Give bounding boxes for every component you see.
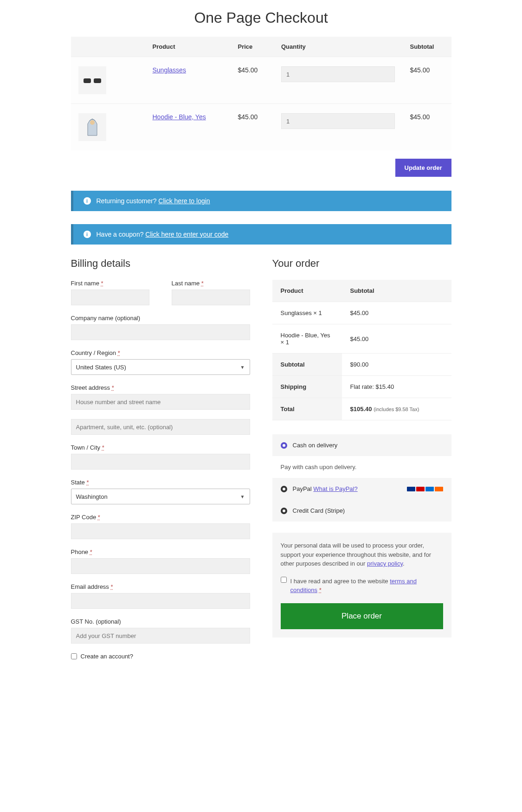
city-input[interactable]	[71, 454, 250, 470]
phone-label: Phone *	[71, 548, 250, 555]
gst-label: GST No. (optional)	[71, 618, 250, 625]
subtotal-cell: $45.00	[402, 57, 451, 104]
shipping-label: Shipping	[272, 376, 342, 398]
country-select[interactable]: United States (US) ▼	[71, 359, 250, 375]
order-summary-table: Product Subtotal Sunglasses × 1 $45.00 H…	[272, 280, 451, 420]
payment-option-stripe[interactable]: Credit Card (Stripe)	[272, 500, 451, 522]
state-select[interactable]: Washington ▼	[71, 489, 250, 504]
payment-option-cod[interactable]: Cash on delivery	[272, 434, 451, 456]
total-label: Total	[272, 398, 342, 420]
info-icon: i	[84, 197, 91, 205]
card-brand-icons	[407, 487, 443, 491]
radio-icon	[281, 442, 287, 449]
login-banner-text: Returning customer?	[97, 197, 159, 205]
sunglasses-icon	[84, 77, 101, 84]
first-name-label: First name *	[71, 280, 149, 287]
product-link[interactable]: Sunglasses	[153, 66, 186, 74]
login-banner: i Returning customer? Click here to logi…	[71, 191, 451, 211]
cart-header-product: Product	[145, 37, 231, 57]
subtotal-cell: $45.00	[402, 104, 451, 151]
phone-input[interactable]	[71, 558, 250, 574]
update-order-button[interactable]: Update order	[395, 159, 451, 177]
order-header-subtotal: Subtotal	[342, 280, 451, 302]
paypal-what-link[interactable]: What is PayPal?	[313, 485, 357, 492]
privacy-box: Your personal data will be used to proce…	[272, 533, 451, 638]
country-label: Country / Region *	[71, 349, 250, 356]
privacy-policy-link[interactable]: privacy policy	[367, 560, 403, 567]
radio-icon	[281, 508, 287, 514]
svg-point-0	[90, 120, 95, 125]
info-icon: i	[84, 231, 91, 238]
order-line-name: Sunglasses × 1	[272, 302, 342, 324]
cart-header-quantity: Quantity	[274, 37, 402, 57]
quantity-input[interactable]	[281, 66, 395, 82]
subtotal-label: Subtotal	[272, 354, 342, 376]
company-input[interactable]	[71, 324, 250, 340]
product-thumbnail	[78, 113, 106, 141]
company-label: Company name (optional)	[71, 315, 250, 322]
cart-row: Sunglasses $45.00 $45.00	[71, 57, 451, 104]
street-address-1-input[interactable]	[71, 394, 250, 410]
city-label: Town / City *	[71, 444, 250, 451]
total-value: $105.40 (includes $9.58 Tax)	[342, 398, 451, 420]
product-thumbnail	[78, 66, 106, 94]
zip-input[interactable]	[71, 523, 250, 539]
cart-table: Product Price Quantity Subtotal Sunglass…	[71, 37, 451, 150]
zip-label: ZIP Code *	[71, 514, 250, 521]
last-name-input[interactable]	[172, 290, 250, 305]
email-input[interactable]	[71, 593, 250, 609]
terms-label: I have read and agree to the website	[290, 578, 390, 585]
radio-icon	[281, 486, 287, 492]
last-name-label: Last name *	[172, 280, 250, 287]
hoodie-icon	[83, 117, 102, 138]
order-line-amount: $45.00	[342, 302, 451, 324]
page-title: One Page Checkout	[71, 9, 451, 26]
create-account-label: Create an account?	[81, 653, 133, 660]
order-heading: Your order	[272, 258, 451, 270]
subtotal-value: $90.00	[342, 354, 451, 376]
chevron-down-icon: ▼	[240, 494, 245, 499]
state-label: State *	[71, 479, 250, 486]
cart-row: Hoodie - Blue, Yes $45.00 $45.00	[71, 104, 451, 151]
coupon-banner: i Have a coupon? Click here to enter you…	[71, 224, 451, 245]
gst-input[interactable]	[71, 628, 250, 644]
terms-checkbox[interactable]	[281, 577, 287, 583]
order-line-amount: $45.00	[342, 324, 451, 354]
coupon-banner-text: Have a coupon?	[97, 231, 146, 238]
first-name-input[interactable]	[71, 290, 149, 305]
quantity-input[interactable]	[281, 113, 395, 129]
order-line-name: Hoodie - Blue, Yes × 1	[272, 324, 342, 354]
cart-header-subtotal: Subtotal	[402, 37, 451, 57]
payment-option-paypal[interactable]: PayPal What is PayPal?	[272, 478, 451, 500]
product-link[interactable]: Hoodie - Blue, Yes	[153, 113, 206, 121]
create-account-checkbox[interactable]	[71, 653, 77, 659]
cod-description: Pay with cash upon delivery.	[272, 456, 451, 478]
payment-methods: Cash on delivery Pay with cash upon deli…	[272, 434, 451, 522]
billing-heading: Billing details	[71, 258, 250, 270]
price-cell: $45.00	[230, 104, 274, 151]
chevron-down-icon: ▼	[240, 365, 245, 370]
coupon-link[interactable]: Click here to enter your code	[145, 231, 228, 238]
place-order-button[interactable]: Place order	[281, 603, 443, 629]
street-address-2-input[interactable]	[71, 419, 250, 435]
street-label: Street address *	[71, 384, 250, 391]
login-link[interactable]: Click here to login	[158, 197, 210, 205]
price-cell: $45.00	[230, 57, 274, 104]
order-header-product: Product	[272, 280, 342, 302]
email-label: Email address *	[71, 583, 250, 590]
shipping-value: Flat rate: $15.40	[342, 376, 451, 398]
cart-header-price: Price	[230, 37, 274, 57]
